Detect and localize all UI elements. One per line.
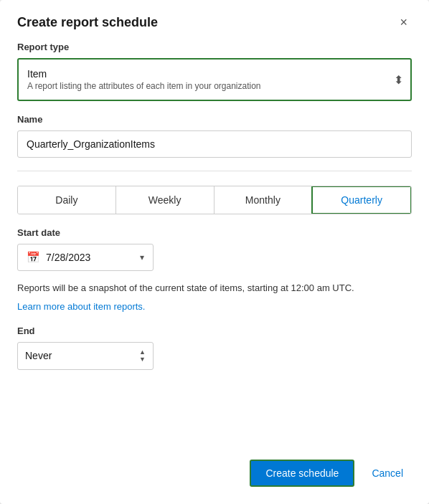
name-label: Name — [17, 114, 412, 125]
name-input[interactable] — [17, 130, 412, 158]
stepper-down-icon[interactable]: ▼ — [139, 356, 146, 363]
report-type-label: Report type — [17, 42, 412, 52]
end-stepper[interactable]: ▲ ▼ — [139, 349, 146, 363]
dialog-footer: Create schedule Cancel — [0, 448, 429, 504]
dialog-title: Create report schedule — [17, 15, 158, 30]
learn-more-link[interactable]: Learn more about item reports. — [17, 301, 145, 312]
calendar-icon: 📅 — [27, 251, 40, 264]
report-type-item-desc: A report listing the attributes of each … — [27, 81, 382, 91]
end-label: End — [17, 325, 412, 336]
report-type-dropdown[interactable]: Item A report listing the attributes of … — [17, 58, 412, 101]
tab-daily[interactable]: Daily — [18, 186, 116, 214]
date-value: 7/28/2023 — [46, 252, 90, 263]
date-chevron-icon: ▾ — [140, 252, 144, 262]
frequency-section: Daily Weekly Monthly Quarterly — [17, 186, 412, 214]
end-value: Never — [25, 350, 52, 361]
end-section: End Never ▲ ▼ — [17, 325, 412, 370]
create-report-schedule-dialog: Create report schedule × Report type Ite… — [0, 0, 429, 504]
tab-monthly[interactable]: Monthly — [214, 186, 313, 214]
report-type-arrow-icon: ⬍ — [394, 73, 403, 87]
info-section: Reports will be a snapshot of the curren… — [17, 281, 412, 313]
tab-weekly[interactable]: Weekly — [116, 186, 214, 214]
stepper-up-icon[interactable]: ▲ — [139, 349, 146, 356]
frequency-tabs: Daily Weekly Monthly Quarterly — [17, 186, 412, 214]
divider — [17, 171, 412, 171]
date-picker-button[interactable]: 📅 7/28/2023 ▾ — [17, 244, 154, 271]
close-button[interactable]: × — [395, 14, 412, 30]
create-schedule-button[interactable]: Create schedule — [250, 460, 354, 487]
tab-quarterly[interactable]: Quarterly — [311, 186, 412, 214]
dialog-body: Report type Item A report listing the at… — [0, 42, 429, 448]
dialog-header: Create report schedule × — [0, 0, 429, 42]
report-type-section: Report type Item A report listing the at… — [17, 42, 412, 101]
start-date-section: Start date 📅 7/28/2023 ▾ — [17, 227, 412, 271]
info-text: Reports will be a snapshot of the curren… — [17, 281, 412, 295]
report-type-item-name: Item — [27, 68, 382, 80]
end-dropdown[interactable]: Never ▲ ▼ — [17, 342, 154, 370]
cancel-button[interactable]: Cancel — [363, 461, 412, 485]
start-date-label: Start date — [17, 227, 412, 238]
name-section: Name — [17, 114, 412, 158]
